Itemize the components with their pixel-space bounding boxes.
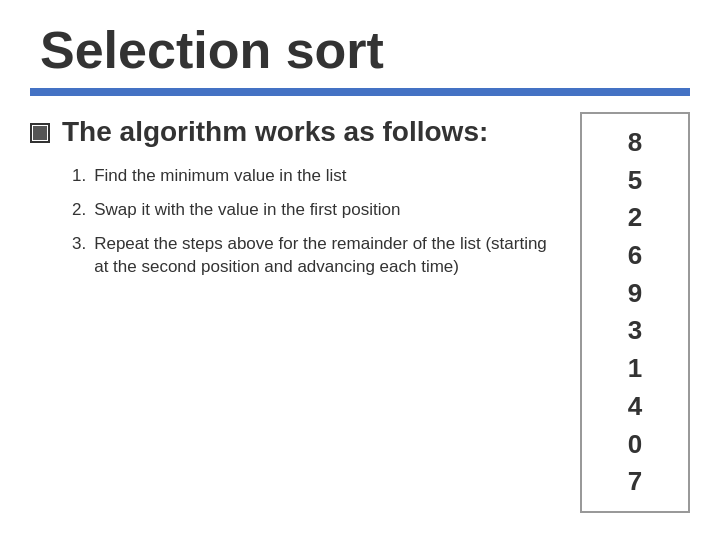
number-item-6: 1 [628,350,642,388]
number-item-2: 2 [628,199,642,237]
left-content: The algorithm works as follows: 1.Find t… [30,116,580,513]
number-item-1: 5 [628,162,642,200]
checkbox-inner [33,126,47,140]
step-num-1: 1. [72,164,86,188]
number-item-4: 9 [628,275,642,313]
step-text-2: Swap it with the value in the first posi… [94,198,400,222]
number-item-7: 4 [628,388,642,426]
number-item-0: 8 [628,124,642,162]
step-text-3: Repeat the steps above for the remainder… [94,232,560,280]
number-item-9: 7 [628,463,642,501]
step-item-3: 3.Repeat the steps above for the remaind… [72,232,560,280]
step-item-2: 2.Swap it with the value in the first po… [72,198,560,222]
page: Selection sort The algorithm works as fo… [0,0,720,540]
step-item-1: 1.Find the minimum value in the list [72,164,560,188]
step-text-1: Find the minimum value in the list [94,164,346,188]
step-num-3: 3. [72,232,86,280]
number-item-8: 0 [628,426,642,464]
content-area: The algorithm works as follows: 1.Find t… [30,116,690,513]
steps-list: 1.Find the minimum value in the list2.Sw… [72,164,560,279]
numbers-panel: 8526931407 [580,112,690,513]
blue-bar [30,88,690,96]
number-item-5: 3 [628,312,642,350]
page-title: Selection sort [40,20,690,80]
algorithm-title: The algorithm works as follows: [62,116,488,148]
step-num-2: 2. [72,198,86,222]
number-item-3: 6 [628,237,642,275]
checkbox[interactable] [30,123,50,143]
algorithm-header: The algorithm works as follows: [30,116,560,148]
